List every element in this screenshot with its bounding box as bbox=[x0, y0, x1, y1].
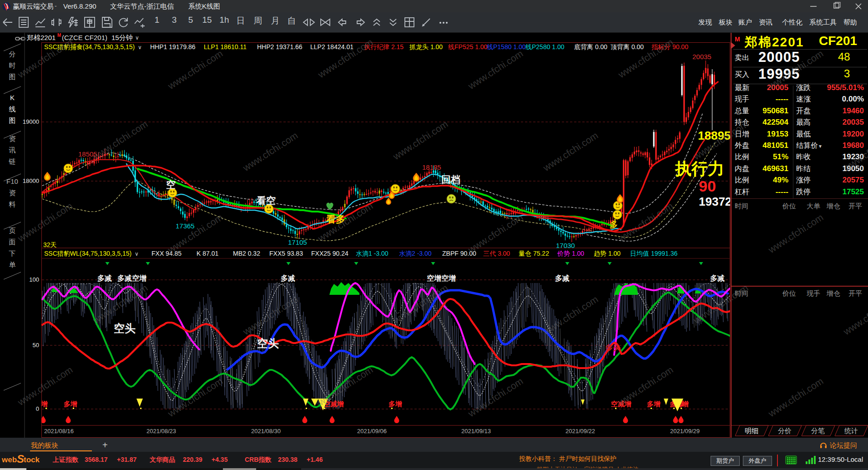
svg-text:多增: 多增 bbox=[64, 400, 77, 408]
svg-text:分: 分 bbox=[9, 50, 16, 58]
svg-text:17105: 17105 bbox=[288, 238, 307, 246]
svg-text:面: 面 bbox=[9, 238, 16, 246]
svg-text:空: 空 bbox=[166, 179, 176, 190]
svg-text:明细: 明细 bbox=[745, 427, 758, 435]
svg-text:F10: F10 bbox=[6, 177, 18, 185]
svg-text:看多: 看多 bbox=[326, 214, 345, 224]
svg-text:料: 料 bbox=[9, 200, 16, 208]
svg-text:18895: 18895 bbox=[698, 129, 730, 142]
svg-text:回档: 回档 bbox=[441, 174, 460, 185]
svg-text:多头: 多头 bbox=[605, 344, 621, 352]
svg-text:分笔: 分笔 bbox=[811, 427, 825, 435]
svg-text:统计: 统计 bbox=[844, 427, 858, 435]
svg-text:看空: 看空 bbox=[256, 195, 276, 206]
svg-text:讯: 讯 bbox=[9, 146, 16, 154]
svg-text:图: 图 bbox=[9, 73, 16, 81]
svg-text:32天: 32天 bbox=[43, 241, 57, 248]
svg-text:18185: 18185 bbox=[422, 163, 441, 171]
svg-text:空头: 空头 bbox=[257, 337, 279, 349]
svg-text:线: 线 bbox=[9, 105, 16, 113]
svg-text:分价: 分价 bbox=[778, 427, 792, 435]
svg-text:空头: 空头 bbox=[114, 322, 136, 334]
svg-text:17030: 17030 bbox=[556, 242, 575, 249]
svg-text:图: 图 bbox=[9, 116, 16, 124]
svg-text:执行力: 执行力 bbox=[675, 159, 724, 178]
svg-text:90: 90 bbox=[699, 177, 716, 195]
svg-text:空减增: 空减增 bbox=[611, 400, 631, 408]
svg-text:17365: 17365 bbox=[176, 222, 195, 230]
svg-text:多减: 多减 bbox=[97, 274, 112, 282]
svg-text:链: 链 bbox=[9, 157, 16, 165]
svg-text:多增: 多增 bbox=[647, 400, 661, 408]
svg-text:多减: 多减 bbox=[281, 274, 295, 282]
svg-text:资: 资 bbox=[9, 189, 16, 197]
svg-text:时: 时 bbox=[9, 61, 16, 69]
svg-text:单: 单 bbox=[9, 261, 16, 268]
svg-text:19372: 19372 bbox=[699, 195, 730, 208]
svg-text:页: 页 bbox=[9, 227, 16, 234]
svg-text:多: 多 bbox=[610, 220, 618, 229]
svg-text:多增: 多增 bbox=[389, 400, 402, 408]
svg-text:增: 增 bbox=[41, 400, 48, 408]
svg-text:多减: 多减 bbox=[710, 274, 725, 282]
svg-text:18505: 18505 bbox=[78, 150, 97, 158]
svg-text:多减空增: 多减空增 bbox=[117, 274, 146, 282]
svg-text:下: 下 bbox=[9, 249, 16, 257]
svg-text:K: K bbox=[10, 94, 15, 101]
svg-text:多减: 多减 bbox=[555, 274, 570, 282]
svg-text:资: 资 bbox=[9, 135, 16, 142]
svg-text:空增空增: 空增空增 bbox=[427, 274, 456, 282]
svg-text:20035: 20035 bbox=[692, 53, 712, 61]
